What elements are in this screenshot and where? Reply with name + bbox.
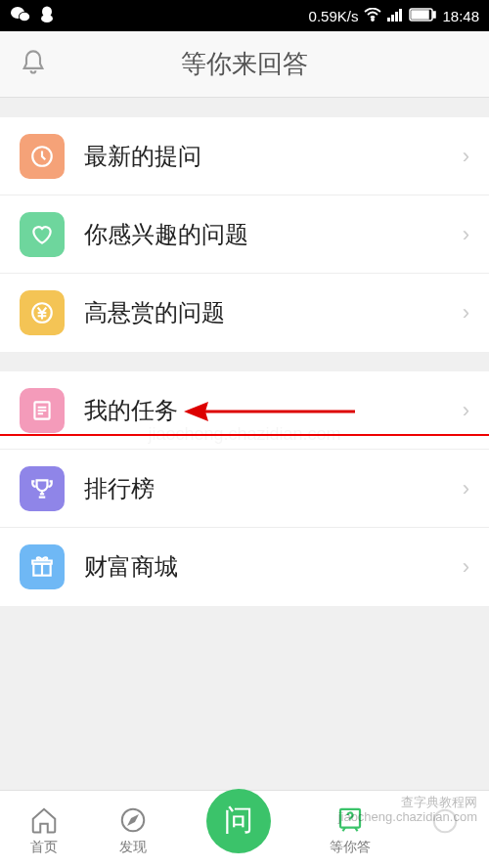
- more-icon: [430, 804, 460, 838]
- chevron-right-icon: ›: [463, 476, 469, 501]
- ask-label: 问: [224, 801, 253, 841]
- wifi-icon: [364, 8, 381, 24]
- menu-label: 高悬赏的问题: [84, 297, 463, 328]
- svg-rect-9: [399, 9, 402, 22]
- gift-icon: [20, 544, 65, 589]
- qq-icon: [39, 6, 55, 26]
- chevron-right-icon: ›: [463, 144, 469, 169]
- question-box-icon: [335, 803, 365, 837]
- nav-answer[interactable]: 等你答: [330, 803, 371, 856]
- wechat-icon: [10, 6, 31, 26]
- chevron-right-icon: ›: [463, 398, 469, 423]
- yen-icon: [20, 290, 65, 335]
- svg-point-2: [20, 12, 29, 21]
- nav-label: 发现: [119, 839, 147, 856]
- menu-item-interested[interactable]: 你感兴趣的问题 ›: [0, 195, 489, 274]
- nav-ask-button[interactable]: 问: [206, 789, 271, 853]
- svg-marker-20: [129, 816, 137, 824]
- menu-item-ranking[interactable]: 排行榜 ›: [0, 450, 489, 528]
- page-title: 等你来回答: [181, 47, 308, 81]
- menu-label: 你感兴趣的问题: [84, 219, 463, 250]
- svg-rect-12: [412, 11, 428, 19]
- svg-point-22: [434, 809, 457, 832]
- list-icon: [20, 388, 65, 433]
- status-bar: 0.59K/s 18:48: [0, 0, 489, 31]
- svg-point-5: [372, 19, 374, 21]
- menu-label: 最新的提问: [84, 141, 463, 172]
- chevron-right-icon: ›: [463, 222, 469, 247]
- menu-item-mall[interactable]: 财富商城 ›: [0, 528, 489, 606]
- chevron-right-icon: ›: [463, 300, 469, 326]
- svg-point-4: [41, 15, 53, 22]
- heart-icon: [20, 212, 65, 257]
- svg-rect-11: [433, 12, 435, 18]
- menu-label: 排行榜: [84, 473, 463, 504]
- status-time: 18:48: [442, 8, 479, 24]
- page-header: 等你来回答: [0, 31, 489, 98]
- battery-icon: [409, 8, 436, 24]
- compass-icon: [118, 803, 148, 837]
- menu-group-2: 我的任务 › 排行榜 › 财富商城 ›: [0, 371, 489, 606]
- nav-label: [443, 840, 447, 855]
- menu-group-1: 最新的提问 › 你感兴趣的问题 › 高悬赏的问题 ›: [0, 117, 489, 352]
- nav-more[interactable]: [430, 804, 460, 855]
- signal-icon: [387, 8, 403, 24]
- nav-label: 等你答: [330, 839, 371, 856]
- clock-icon: [20, 134, 65, 179]
- menu-label: 我的任务: [84, 395, 463, 426]
- svg-rect-7: [391, 15, 394, 22]
- menu-item-bounty[interactable]: 高悬赏的问题 ›: [0, 274, 489, 352]
- trophy-icon: [20, 466, 65, 511]
- chevron-right-icon: ›: [463, 554, 469, 580]
- notification-bell-icon[interactable]: [20, 49, 47, 80]
- network-speed: 0.59K/s: [309, 8, 359, 24]
- menu-item-tasks[interactable]: 我的任务 ›: [0, 371, 489, 450]
- nav-discover[interactable]: 发现: [118, 803, 148, 856]
- home-icon: [29, 803, 59, 837]
- nav-home[interactable]: 首页: [29, 803, 59, 856]
- bottom-nav: 首页 发现 问 等你答: [0, 790, 489, 868]
- menu-label: 财富商城: [84, 551, 463, 583]
- svg-rect-6: [387, 18, 390, 22]
- nav-label: 首页: [30, 839, 58, 856]
- svg-rect-8: [395, 12, 398, 22]
- menu-item-latest[interactable]: 最新的提问 ›: [0, 117, 489, 195]
